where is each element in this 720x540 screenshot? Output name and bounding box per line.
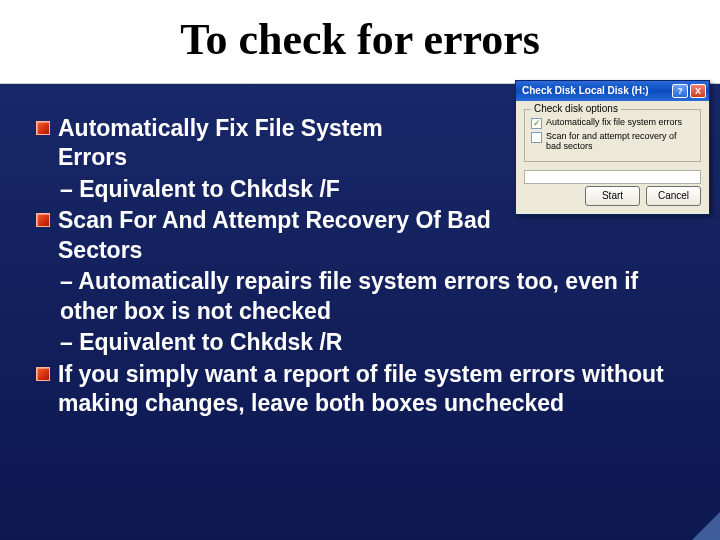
- cancel-button[interactable]: Cancel: [646, 186, 701, 206]
- slide-title: To check for errors: [0, 0, 720, 84]
- start-button[interactable]: Start: [585, 186, 640, 206]
- bullet-1: Automatically Fix File System Errors: [58, 114, 438, 173]
- bullet-icon: [36, 213, 50, 227]
- dialog-title: Check Disk Local Disk (H:): [522, 81, 670, 101]
- help-button[interactable]: ?: [672, 84, 688, 98]
- sub-2-1: – Automatically repairs file system erro…: [36, 267, 684, 326]
- options-groupbox: Check disk options ✓ Automatically fix f…: [524, 109, 701, 162]
- sub-2-2: – Equivalent to Chkdsk /R: [36, 328, 684, 357]
- dialog-titlebar: Check Disk Local Disk (H:) ? X: [516, 81, 709, 101]
- bullet-icon: [36, 367, 50, 381]
- close-button[interactable]: X: [690, 84, 706, 98]
- corner-decoration: [688, 512, 720, 540]
- checkbox-autofix[interactable]: ✓: [531, 118, 542, 129]
- checkbox-scan-recover-label: Scan for and attempt recovery of bad sec…: [546, 132, 694, 152]
- groupbox-label: Check disk options: [531, 103, 621, 114]
- bullet-icon: [36, 121, 50, 135]
- checkbox-autofix-label: Automatically fix file system errors: [546, 118, 682, 128]
- chkdsk-dialog: Check Disk Local Disk (H:) ? X Check dis…: [515, 80, 710, 215]
- checkbox-scan-recover[interactable]: [531, 132, 542, 143]
- bullet-3: If you simply want a report of file syst…: [58, 360, 684, 419]
- progress-bar: [524, 170, 701, 184]
- bullet-2: Scan For And Attempt Recovery Of Bad Sec…: [58, 206, 578, 265]
